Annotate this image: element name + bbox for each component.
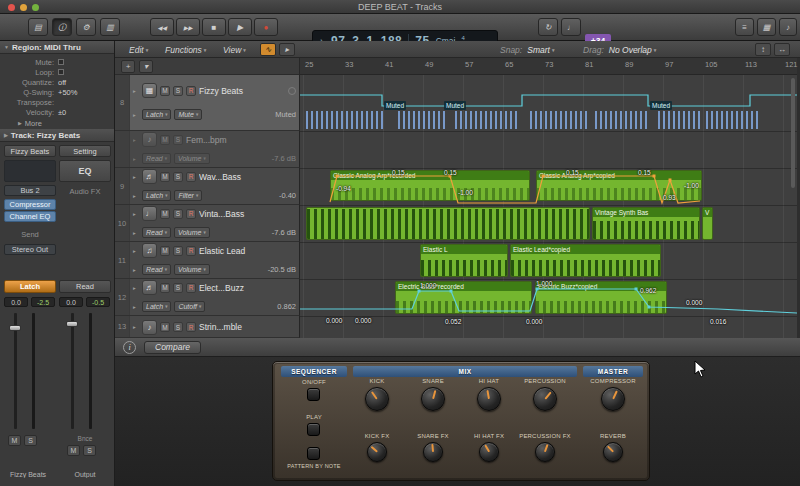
- midi-notes[interactable]: [455, 111, 520, 129]
- automation-mode-chip[interactable]: Latch▾: [142, 301, 171, 312]
- horizontal-zoom-button[interactable]: ↔: [774, 43, 790, 56]
- volume-value[interactable]: -2.5: [31, 297, 55, 307]
- mute-button[interactable]: M: [160, 283, 170, 293]
- library-button[interactable]: ▤: [28, 18, 48, 36]
- eq-display[interactable]: [4, 160, 56, 182]
- automation-read-button[interactable]: Read: [59, 280, 111, 293]
- automation-mode-chip[interactable]: Read▾: [142, 227, 171, 238]
- info-button[interactable]: i: [123, 341, 136, 354]
- track-sort-button[interactable]: ▾: [139, 60, 153, 73]
- automation-toggle-button[interactable]: ∿: [260, 43, 276, 56]
- snap-menu[interactable]: Snap:Smart▾: [500, 41, 554, 58]
- menu-edit[interactable]: Edit▾: [129, 41, 148, 58]
- pan-value[interactable]: 0.0: [59, 297, 83, 307]
- midi-region-elastic-copied[interactable]: Elastic Lead*copied: [510, 244, 661, 277]
- disclosure-triangle-icon[interactable]: ▸: [133, 248, 139, 254]
- automation-mode-chip[interactable]: Read▾: [142, 264, 171, 275]
- track-header-wav-bass[interactable]: 9 ▸ ♬ M S R Wav...Bass ▸ Latch▾ Filter▾ …: [115, 168, 300, 205]
- transpose-row[interactable]: Transpose:: [0, 97, 114, 107]
- midi-notes[interactable]: [398, 111, 448, 129]
- solo-button[interactable]: S: [173, 283, 183, 293]
- midi-region-arp-copied[interactable]: Classic Analog Arp*copied: [536, 170, 702, 201]
- hihat-fx-knob[interactable]: [479, 442, 499, 462]
- disclosure-triangle-icon[interactable]: ▸: [133, 285, 139, 291]
- solo-button[interactable]: S: [173, 246, 183, 256]
- automation-param-chip[interactable]: Volume▾: [174, 227, 210, 238]
- close-window-button[interactable]: [8, 4, 15, 11]
- volume-fader[interactable]: [9, 325, 21, 331]
- mute-button[interactable]: M: [160, 246, 170, 256]
- output-button[interactable]: Stereo Out: [4, 244, 56, 255]
- solo-button[interactable]: S: [24, 435, 37, 446]
- record-enable-button[interactable]: R: [186, 172, 196, 182]
- disclosure-triangle-icon[interactable]: ▸: [133, 88, 139, 94]
- field-value[interactable]: ±0: [58, 108, 66, 117]
- smart-controls-button[interactable]: ⚙: [76, 18, 96, 36]
- automation-param-chip[interactable]: Filter▾: [174, 190, 202, 201]
- percussion-fx-knob[interactable]: [535, 442, 555, 462]
- automation-latch-button[interactable]: Latch: [4, 280, 56, 293]
- bar-ruler[interactable]: 25 33 41 49 57 65 73 81 89 97 105 113 12…: [300, 58, 797, 75]
- vertical-scrollbar[interactable]: [791, 78, 795, 188]
- record-enable-button[interactable]: R: [186, 246, 196, 256]
- mute-button[interactable]: M: [67, 445, 80, 456]
- add-track-button[interactable]: +: [121, 60, 135, 73]
- track-header-fizzy-beats[interactable]: 8 ▸ ▦ M S R Fizzy Beats ▸ Latch▾ Mute▾ M…: [115, 75, 300, 131]
- midi-region-arp-recorded[interactable]: Classic Analog Arp*recorded: [330, 170, 530, 201]
- midi-region-elastic[interactable]: Elastic L: [420, 244, 508, 277]
- record-enable-button[interactable]: R: [186, 283, 196, 293]
- play-pattern-button[interactable]: [307, 423, 320, 436]
- midi-notes[interactable]: [658, 111, 700, 129]
- solo-button[interactable]: S: [173, 209, 183, 219]
- more-row[interactable]: ▶More: [0, 118, 114, 128]
- catch-playhead-button[interactable]: ▸: [279, 43, 295, 56]
- track-header-string-ensemble[interactable]: 13 ▸ ♪ M S R Strin...mble: [115, 316, 300, 338]
- menu-functions[interactable]: Functions▾: [165, 41, 206, 58]
- list-editors-button[interactable]: ≡: [735, 18, 754, 36]
- zoom-window-button[interactable]: [32, 4, 39, 11]
- mute-checkbox[interactable]: [58, 59, 64, 65]
- midi-region-vintage-synth[interactable]: Vintage Synth Bas: [592, 207, 700, 240]
- vertical-zoom-button[interactable]: ↕: [755, 43, 771, 56]
- snare-knob[interactable]: [421, 387, 445, 411]
- automation-param-chip[interactable]: Cutoff▾: [174, 301, 205, 312]
- midi-region-bass[interactable]: [306, 207, 590, 240]
- midi-region-clipped[interactable]: V: [702, 207, 713, 240]
- track-header-electric-buzz[interactable]: 12 ▸ ♬ M S R Elect...Buzz ▸ Latch▾ Cutof…: [115, 279, 300, 316]
- midi-region-buzz-recorded[interactable]: Electric Buzz*recorded: [395, 281, 532, 314]
- rewind-button[interactable]: ◀◀: [150, 18, 174, 36]
- percussion-knob[interactable]: [533, 387, 557, 411]
- titlebar[interactable]: DEEP BEAT - Tracks: [0, 0, 800, 14]
- record-enable-button[interactable]: R: [186, 86, 196, 96]
- velocity-row[interactable]: Velocity:±0: [0, 107, 114, 117]
- channel-name-button[interactable]: Fizzy Beats: [4, 145, 56, 157]
- mute-button[interactable]: M: [8, 435, 21, 446]
- qswing-row[interactable]: Q-Swing:+50%: [0, 87, 114, 97]
- track-header-fem[interactable]: ▸ ♪ M S Fem...bpm ▸ Read▾ Volume▾ -7.6 d…: [115, 131, 300, 168]
- pan-value[interactable]: 0.0: [4, 297, 28, 307]
- mute-button[interactable]: M: [160, 135, 170, 145]
- eq-button[interactable]: EQ: [59, 160, 111, 182]
- record-enable-button[interactable]: R: [186, 209, 196, 219]
- mute-button[interactable]: M: [160, 209, 170, 219]
- insert-compressor-button[interactable]: Compressor: [4, 199, 56, 210]
- midi-notes[interactable]: [530, 111, 590, 129]
- on-off-button[interactable]: [307, 388, 320, 401]
- mute-button[interactable]: M: [160, 86, 170, 96]
- solo-button[interactable]: S: [173, 86, 183, 96]
- compressor-knob[interactable]: [601, 387, 625, 411]
- metronome-button[interactable]: ♩: [561, 18, 581, 36]
- pattern-by-note-button[interactable]: [307, 447, 320, 460]
- midi-notes[interactable]: [706, 111, 758, 129]
- snare-fx-knob[interactable]: [423, 442, 443, 462]
- midi-notes[interactable]: [595, 111, 650, 129]
- track-header-vintage-bass[interactable]: 10 ▸ ♩ M S R Vinta...Bass ▸ Read▾ Volume…: [115, 205, 300, 242]
- automation-param-chip[interactable]: Volume▾: [174, 153, 210, 164]
- field-value[interactable]: off: [58, 78, 66, 87]
- automation-disclosure-icon[interactable]: ▸: [133, 230, 139, 236]
- send-bus-button[interactable]: Bus 2: [4, 185, 56, 196]
- loop-checkbox[interactable]: [58, 69, 64, 75]
- kick-fx-knob[interactable]: [367, 442, 387, 462]
- cycle-button[interactable]: ↻: [538, 18, 558, 36]
- mute-button[interactable]: M: [160, 172, 170, 182]
